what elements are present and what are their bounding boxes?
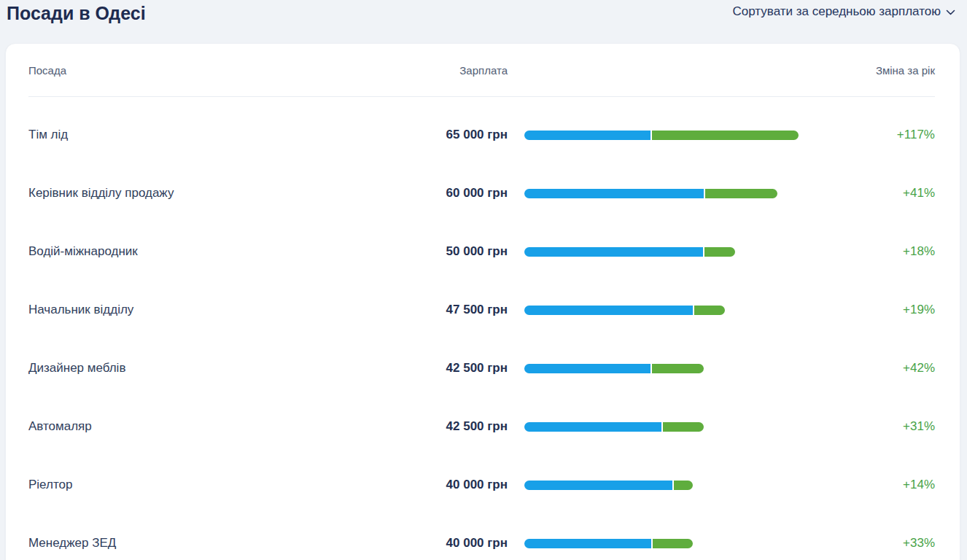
- salary-value: 42 500 грн: [408, 419, 508, 434]
- salary-bar: [508, 247, 799, 257]
- salary-bar-track: [524, 422, 799, 432]
- position-label: Керівник відділу продажу: [28, 186, 408, 201]
- bar-growth-segment: [663, 422, 704, 432]
- sort-dropdown[interactable]: Сортувати за середньою зарплатою: [733, 1, 955, 19]
- salary-value: 47 500 грн: [408, 303, 508, 317]
- table-row: Ріелтор 40 000 грн +14%: [28, 456, 935, 514]
- position-label: Дизайнер меблів: [28, 361, 408, 376]
- position-label: Ріелтор: [28, 478, 408, 492]
- change-value: +19%: [799, 303, 935, 317]
- table-row: Водій-міжнародник 50 000 грн +18%: [28, 222, 935, 281]
- bar-growth-segment: [705, 189, 777, 198]
- bar-growth-segment: [704, 247, 735, 257]
- position-label: Водій-міжнародник: [28, 244, 408, 259]
- change-value: +33%: [799, 536, 935, 551]
- salary-bar: [508, 539, 799, 548]
- position-label: Менеджер ЗЕД: [28, 536, 408, 551]
- salary-value: 60 000 грн: [408, 186, 508, 201]
- salary-bar: [508, 306, 799, 315]
- salary-bar-track: [524, 306, 799, 315]
- table-row: Менеджер ЗЕД 40 000 грн +33%: [28, 514, 935, 560]
- salary-bar-track: [524, 481, 799, 490]
- salary-bar-track: [524, 539, 799, 548]
- header-salary: Зарплата: [408, 64, 508, 77]
- salary-card: Посада Зарплата Зміна за рік Тім лід 65 …: [5, 43, 960, 560]
- salary-value: 40 000 грн: [408, 478, 508, 492]
- table-header: Посада Зарплата Зміна за рік: [28, 44, 935, 97]
- salary-bar-track: [524, 189, 799, 198]
- salary-bar-track: [524, 247, 799, 257]
- change-value: +31%: [799, 419, 935, 434]
- salary-bar: [508, 131, 799, 140]
- salary-bar: [508, 189, 799, 198]
- bar-previous-segment: [524, 189, 704, 198]
- bar-previous-segment: [524, 539, 651, 548]
- salary-bar: [508, 364, 799, 373]
- table-row: Дизайнер меблів 42 500 грн +42%: [28, 339, 935, 397]
- salary-value: 40 000 грн: [408, 536, 508, 551]
- change-value: +117%: [799, 128, 935, 142]
- salary-value: 65 000 грн: [408, 128, 508, 142]
- table-row: Начальник відділу 47 500 грн +19%: [28, 281, 935, 339]
- topbar: Посади в Одесі Сортувати за середньою за…: [0, 0, 967, 25]
- salary-value: 50 000 грн: [408, 244, 508, 259]
- salary-bar-track: [524, 131, 799, 140]
- salary-bar-track: [524, 364, 799, 373]
- chevron-down-icon: [946, 8, 955, 16]
- change-value: +18%: [799, 244, 935, 259]
- change-value: +42%: [799, 361, 935, 376]
- table-row: Тім лід 65 000 грн +117%: [28, 106, 935, 164]
- bar-previous-segment: [524, 364, 651, 373]
- change-value: +14%: [799, 478, 935, 492]
- salary-value: 42 500 грн: [408, 361, 508, 376]
- table-row: Керівник відділу продажу 60 000 грн +41%: [28, 164, 935, 222]
- position-label: Начальник відділу: [28, 303, 408, 317]
- bar-growth-segment: [694, 306, 725, 315]
- bar-previous-segment: [524, 247, 703, 257]
- bar-previous-segment: [524, 422, 661, 432]
- change-value: +41%: [799, 186, 935, 201]
- header-change: Зміна за рік: [799, 64, 935, 77]
- bar-growth-segment: [652, 131, 799, 140]
- bar-previous-segment: [524, 306, 693, 315]
- bar-growth-segment: [653, 539, 693, 548]
- position-label: Автомаляр: [28, 419, 408, 434]
- position-label: Тім лід: [28, 128, 408, 142]
- table-row: Автомаляр 42 500 грн +31%: [28, 397, 935, 456]
- bar-previous-segment: [524, 481, 672, 490]
- header-position: Посада: [28, 64, 408, 77]
- page-title: Посади в Одесі: [7, 1, 146, 25]
- bar-previous-segment: [524, 131, 651, 140]
- bar-growth-segment: [674, 481, 693, 490]
- salary-bar: [508, 422, 799, 432]
- sort-dropdown-label: Сортувати за середньою зарплатою: [733, 4, 941, 19]
- salary-bar: [508, 481, 799, 490]
- bar-growth-segment: [652, 364, 704, 373]
- table-body: Тім лід 65 000 грн +117% Керівник відділ…: [28, 97, 935, 560]
